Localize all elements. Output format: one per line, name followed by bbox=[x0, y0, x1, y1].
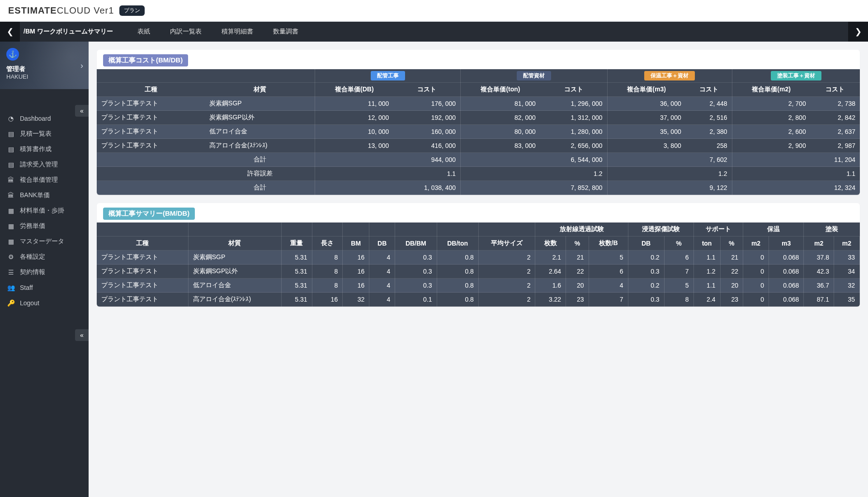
sidebar-item-8[interactable]: ▦マスターデータ bbox=[0, 234, 89, 249]
sidebar-item-11[interactable]: 👥Staff bbox=[0, 280, 89, 295]
tab-2[interactable]: 積算明細書 bbox=[212, 22, 263, 42]
cell: 2, 700 bbox=[732, 97, 811, 111]
sidebar-item-12[interactable]: 🔑Logout bbox=[0, 295, 89, 311]
double-chevron-left-icon: « bbox=[80, 331, 84, 339]
cell: 0.3 bbox=[628, 293, 664, 307]
nav-icon: 🏛 bbox=[7, 176, 14, 184]
cell: 0 bbox=[743, 293, 769, 307]
sidebar-item-4[interactable]: 🏛複合単価管理 bbox=[0, 172, 89, 188]
cell: 20 bbox=[720, 279, 743, 293]
cell: 34 bbox=[834, 265, 859, 279]
nav-label: Staff bbox=[20, 284, 33, 291]
cell: 0.068 bbox=[769, 251, 803, 265]
cell: プラント工事テスト bbox=[97, 279, 188, 293]
nav-label: 契約情報 bbox=[20, 268, 45, 276]
col-header: 枚数/B bbox=[589, 237, 628, 251]
group-header: 塗装 bbox=[804, 222, 860, 237]
cell bbox=[461, 167, 540, 181]
cell: 1.2 bbox=[686, 167, 732, 181]
cell: 160, 000 bbox=[393, 125, 460, 139]
user-block[interactable]: ⚓ 管理者 HAKUEI › bbox=[0, 42, 89, 89]
cell: 1, 312, 000 bbox=[540, 111, 607, 125]
cell: 1.1 bbox=[811, 167, 860, 181]
cell bbox=[607, 181, 686, 195]
cell: 16 bbox=[312, 293, 343, 307]
col-header: コスト bbox=[686, 83, 732, 97]
col-header: 平均サイズ bbox=[478, 237, 535, 251]
plan-badge[interactable]: プラン bbox=[119, 5, 145, 16]
cell: 8 bbox=[312, 251, 343, 265]
sidebar-item-3[interactable]: ▤請求受入管理 bbox=[0, 157, 89, 172]
cell: 36.7 bbox=[804, 279, 834, 293]
col-header: 工種 bbox=[97, 237, 188, 251]
table-row: プラント工事テスト高アロイ合金(ｽﾃﾝﾚｽ)13, 000416, 00083,… bbox=[97, 139, 860, 153]
cell bbox=[607, 167, 686, 181]
cell: プラント工事テスト bbox=[97, 293, 188, 307]
cell: 2 bbox=[478, 279, 535, 293]
tab-1[interactable]: 内訳一覧表 bbox=[160, 22, 212, 42]
sidebar-collapse-button-bottom[interactable]: « bbox=[75, 329, 89, 341]
col-header: m2 bbox=[743, 237, 769, 251]
col-header: 複合単価(DB) bbox=[315, 83, 394, 97]
col-header: BM bbox=[343, 237, 369, 251]
cell: 2, 842 bbox=[811, 111, 860, 125]
sidebar-item-6[interactable]: ▦材料単価・歩掛 bbox=[0, 203, 89, 218]
sidebar-item-5[interactable]: 🏛BANK単価 bbox=[0, 188, 89, 203]
cell: 0.068 bbox=[769, 265, 803, 279]
cell: 0 bbox=[743, 251, 769, 265]
cell: 12, 324 bbox=[811, 181, 860, 195]
cell: 1.6 bbox=[535, 279, 566, 293]
col-header: コスト bbox=[811, 83, 860, 97]
double-chevron-left-icon: « bbox=[80, 107, 84, 114]
sidebar-item-9[interactable]: ⚙各種設定 bbox=[0, 249, 89, 265]
sidebar-item-7[interactable]: ▦労務単価 bbox=[0, 218, 89, 234]
chevron-left-icon: ❮ bbox=[7, 27, 14, 37]
sidebar-item-2[interactable]: ▤積算書作成 bbox=[0, 142, 89, 157]
summary-panel: 概算工事サマリー(BM/DB) 放射線透過試験浸透探傷試験サポート保温塗装工種材… bbox=[97, 203, 860, 307]
page-title: /BM ワークボリュームサマリー bbox=[20, 28, 117, 36]
nav-icon: ▤ bbox=[7, 130, 14, 137]
nav-prev-button[interactable]: ❮ bbox=[0, 22, 20, 42]
cell: 0 bbox=[743, 279, 769, 293]
nav-label: 労務単価 bbox=[20, 222, 45, 230]
cell: 2, 448 bbox=[686, 97, 732, 111]
cell: プラント工事テスト bbox=[97, 251, 188, 265]
col-header: 長さ bbox=[312, 237, 343, 251]
col-header: DB/BM bbox=[395, 237, 437, 251]
cell: 炭素鋼SGP以外 bbox=[205, 111, 315, 125]
tab-3[interactable]: 数量調書 bbox=[263, 22, 308, 42]
nav-label: BANK単価 bbox=[20, 191, 50, 199]
cell: 0.1 bbox=[395, 293, 437, 307]
total-row: 許容誤差1.11.21.21.1 bbox=[97, 167, 860, 181]
cell: 192, 000 bbox=[393, 111, 460, 125]
cell: 0.068 bbox=[769, 293, 803, 307]
cell: プラント工事テスト bbox=[97, 97, 205, 111]
cell: 6 bbox=[664, 251, 693, 265]
sidebar-item-10[interactable]: ☰契約情報 bbox=[0, 265, 89, 280]
cell: 0.8 bbox=[437, 265, 478, 279]
table-row: プラント工事テスト高アロイ合金(ｽﾃﾝﾚｽ)5.31163240.10.823.… bbox=[97, 293, 860, 307]
cell: 4 bbox=[369, 265, 395, 279]
nav-icon: ⚙ bbox=[7, 253, 14, 260]
sidebar-item-1[interactable]: ▤見積一覧表 bbox=[0, 126, 89, 142]
cell: 低アロイ合金 bbox=[188, 279, 281, 293]
nav-icon: ▤ bbox=[7, 146, 14, 153]
cell bbox=[461, 153, 540, 167]
sidebar-collapse-button[interactable]: « bbox=[75, 105, 89, 117]
nav-next-button[interactable]: ❯ bbox=[848, 22, 868, 42]
col-header: コスト bbox=[393, 83, 460, 97]
cell: 42.3 bbox=[804, 265, 834, 279]
cell: 0.068 bbox=[769, 279, 803, 293]
cell: 37.8 bbox=[804, 251, 834, 265]
cell: 2 bbox=[478, 293, 535, 307]
group-badge: 配管工事 bbox=[371, 71, 405, 80]
cell: 5.31 bbox=[281, 279, 312, 293]
tab-0[interactable]: 表紙 bbox=[127, 22, 160, 42]
nav-icon: ☰ bbox=[7, 269, 14, 276]
cell bbox=[97, 181, 205, 195]
cell: 4 bbox=[369, 279, 395, 293]
cell: 高アロイ合金(ｽﾃﾝﾚｽ) bbox=[188, 293, 281, 307]
nav-icon: ▦ bbox=[7, 222, 14, 230]
cell: 36, 000 bbox=[607, 97, 686, 111]
cell: 6, 544, 000 bbox=[540, 153, 607, 167]
